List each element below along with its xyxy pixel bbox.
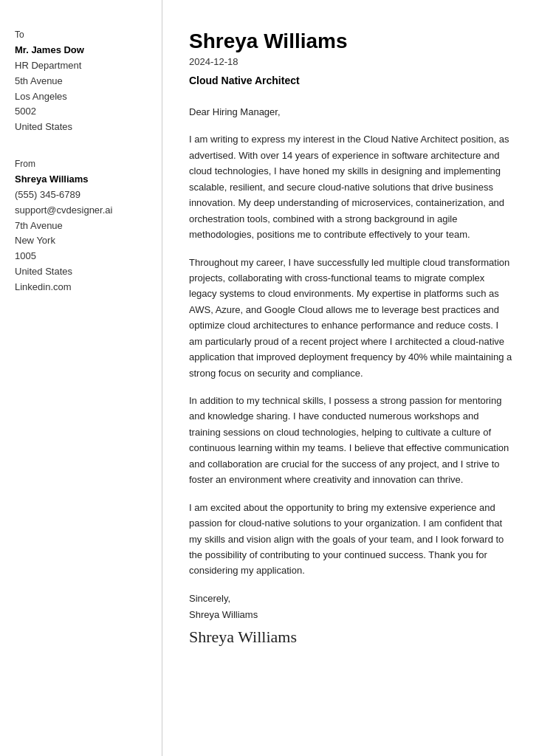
sender-country: United States — [15, 264, 147, 280]
sender-phone: (555) 345-6789 — [15, 188, 147, 203]
from-section: From Shreya Williams (555) 345-6789 supp… — [15, 153, 147, 295]
sender-name: Shreya Williams — [15, 173, 147, 185]
recipient-street: 5th Avenue — [15, 74, 147, 89]
from-label: From — [15, 159, 147, 169]
letter-date: 2024-12-18 — [189, 56, 512, 67]
sender-city: New York — [15, 233, 147, 249]
paragraph-2: Throughout my career, I have successfull… — [189, 255, 512, 382]
signature-block: Sincerely, Shreya Williams Shreya Willia… — [189, 591, 512, 647]
to-section: To Mr. James Dow HR Department 5th Avenu… — [15, 30, 147, 135]
recipient-name: Mr. James Dow — [15, 44, 147, 55]
letter-body: Dear Hiring Manager, I am writing to exp… — [189, 104, 512, 579]
recipient-zip: 5002 — [15, 104, 147, 120]
recipient-city: Los Angeles — [15, 89, 147, 105]
sender-website: Linkedin.com — [15, 280, 147, 295]
paragraph-1: I am writing to express my interest in t… — [189, 131, 512, 242]
sidebar: To Mr. James Dow HR Department 5th Avenu… — [0, 0, 162, 756]
sender-zip: 1005 — [15, 249, 147, 264]
sender-street: 7th Avenue — [15, 219, 147, 234]
closing: Sincerely, — [189, 591, 512, 607]
sender-email: support@cvdesigner.ai — [15, 203, 147, 219]
page: To Mr. James Dow HR Department 5th Avenu… — [0, 0, 539, 756]
job-title: Cloud Native Architect — [189, 75, 512, 86]
closing-name: Shreya Williams — [189, 607, 512, 623]
cursive-signature: Shreya Williams — [189, 628, 512, 647]
applicant-name: Shreya Williams — [189, 30, 512, 53]
greeting: Dear Hiring Manager, — [189, 104, 512, 120]
to-label: To — [15, 30, 147, 40]
recipient-country: United States — [15, 120, 147, 135]
recipient-department: HR Department — [15, 58, 147, 74]
main-content: Shreya Williams 2024-12-18 Cloud Native … — [162, 0, 539, 756]
paragraph-4: I am excited about the opportunity to br… — [189, 500, 512, 579]
paragraph-3: In addition to my technical skills, I po… — [189, 393, 512, 488]
